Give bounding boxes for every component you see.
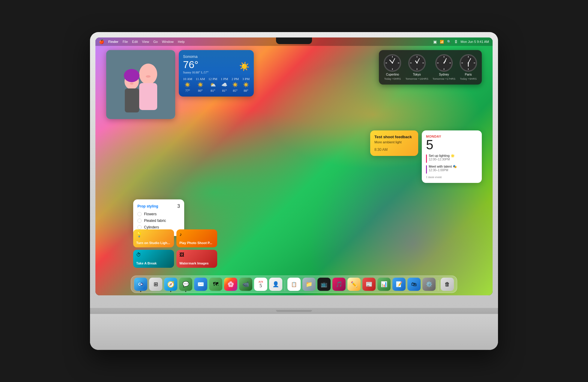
shortcut-watermark[interactable]: 🖼 Watermark Images [176,250,217,268]
clock-offset-cupertino: Today +0HRS [384,77,401,80]
rem-label-0: Flowers [144,212,157,216]
finder-dot [140,291,141,292]
dock-files[interactable]: 📁 [302,278,316,291]
hour-label-0: 10 AM [183,77,192,81]
hour-label-4: 2 PM [232,77,239,81]
macbook-hinge [90,308,498,314]
macbook-frame: 🍎 Finder File Edit View Go Window Help ▣… [90,32,498,350]
finder-menu[interactable]: Finder [108,40,118,43]
shortcut-label-3: Watermark Images [179,261,214,265]
messages-dot [185,291,186,292]
reminders-count: 3 [177,204,180,209]
control-center-icon[interactable]: 🎛 [454,40,458,43]
cal-event-0: Set up lighting 🌟 12:00–12:30PM [426,154,478,163]
clock-face-cupertino [384,54,401,72]
note-time: 8:30 AM [374,148,414,152]
svg-point-7 [130,83,134,85]
cal-date: 5 [426,138,478,151]
hour-temp-3: 81° [222,89,226,92]
dock-music[interactable]: 🎵 [332,278,346,291]
cal-event-bar-1 [426,165,427,174]
rem-circle-0 [137,212,142,216]
rem-item-2: Cylinders [137,225,180,229]
clock-paris: Paris Today +9HRS [460,54,477,80]
dock-calendar[interactable]: JUN 5 [254,278,267,291]
dock-safari[interactable]: 🧭 [164,278,177,291]
dock-appletv[interactable]: 📺 [317,278,331,291]
dock-pages[interactable]: 📝 [392,278,406,291]
svg-point-46 [142,284,142,284]
dock-numbers[interactable]: 📊 [377,278,391,291]
dock-mail[interactable]: ✉️ [194,278,207,291]
clock-city-tokyo: Tokyo [413,73,421,76]
dock-separator-2 [438,280,438,291]
dock-settings[interactable]: ⚙️ [422,278,436,291]
weather-hour-3: 1 PM ☁️ 81° [221,77,228,92]
edit-menu[interactable]: Edit [132,40,138,43]
dock-launchpad[interactable]: ⊞ [149,278,162,291]
dock-contacts[interactable]: 👤 [269,278,282,291]
clock-city-sydney: Sydney [439,73,449,76]
file-menu[interactable]: File [123,40,128,43]
svg-point-44 [141,283,142,285]
wifi-icon: ▣ [433,40,437,44]
apple-menu[interactable]: 🍎 [99,39,104,44]
dock-finder[interactable] [134,278,147,291]
hour-temp-2: 81° [211,89,215,92]
hour-temp-1: 80° [198,89,202,92]
rem-circle-1 [137,219,142,223]
shortcut-label-1: Play Photo Shoot P... [179,241,214,245]
search-icon[interactable]: 🔍 [447,40,451,44]
widget-clocks: Cupertino Today +0HRS [379,50,482,85]
dock-trash[interactable]: 🗑 [441,278,454,291]
dock-freeform[interactable]: ✏️ [347,278,361,291]
shortcut-icon-2: ⏱ [136,252,171,258]
clock-tokyo: Tokyo Tomorrow +16HRS [405,54,428,80]
widget-calendar: Monday 5 Set up lighting 🌟 12:00–12:30PM… [422,130,482,183]
hinge-notch [276,310,312,312]
clock-face-paris [460,54,477,72]
rem-circle-2 [137,225,142,229]
macbook-laptop: 🍎 Finder File Edit View Go Window Help ▣… [90,32,498,350]
rem-item-0: Flowers [137,212,180,216]
screen-bezel: 🍎 Finder File Edit View Go Window Help ▣… [95,37,493,295]
rem-label-1: Pleated fabric [144,219,166,223]
svg-point-6 [146,75,151,78]
hour-temp-0: 77° [185,89,190,92]
hour-label-3: 1 PM [221,77,228,81]
dock-appstore[interactable]: 🛍 [407,278,421,291]
help-menu[interactable]: Help [178,40,185,43]
window-menu[interactable]: Window [162,40,174,43]
dock-maps[interactable]: 🗺 [209,278,222,291]
go-menu[interactable]: Go [153,40,158,43]
hour-label-5: 3 PM [242,77,250,81]
dock-news[interactable]: 📰 [362,278,376,291]
clock-offset-paris: Today +9HRS [460,77,477,80]
cal-event-details-1: Meet with talent 🎭 12:30–1:00PM [429,165,457,172]
hour-icon-5: ☀️ [243,82,249,88]
shortcut-studio-light[interactable]: 💡 Turn on Studio Ligh... [133,229,174,247]
view-menu[interactable]: View [142,40,149,43]
rem-label-2: Cylinders [144,225,159,229]
dock-facetime[interactable]: 📹 [239,278,252,291]
hour-icon-4: ☀️ [232,82,238,88]
weather-hourly: 10 AM ☀️ 77° 11 AM ☀️ 80° 12 PM ⛅ 81 [183,77,250,92]
cal-event-bar-0 [426,154,427,163]
reminders-title: Prop styling [137,204,158,208]
dock-photos[interactable]: 🌸 [224,278,237,291]
shortcut-take-break[interactable]: ⏱ Take A Break [133,250,174,268]
shortcut-icon-1: ♪ [179,232,214,237]
dock-messages[interactable]: 💬 [179,278,192,291]
dock-reminders[interactable]: 📋 [287,278,301,291]
hour-icon-2: ⛅ [210,82,216,88]
svg-point-31 [443,62,445,64]
shortcut-photo-shoot[interactable]: ♪ Play Photo Shoot P... [176,229,217,247]
widget-photo [106,50,175,119]
svg-point-23 [416,62,418,64]
shortcut-icon-3: 🖼 [179,252,214,258]
desktop[interactable]: 🍎 Finder File Edit View Go Window Help ▣… [95,37,493,295]
weather-hour-4: 2 PM ☀️ 85° [232,77,239,92]
camera-notch [276,37,312,44]
weather-hl: Sunny H:88° L:57° [183,70,208,74]
svg-point-1 [139,64,157,85]
